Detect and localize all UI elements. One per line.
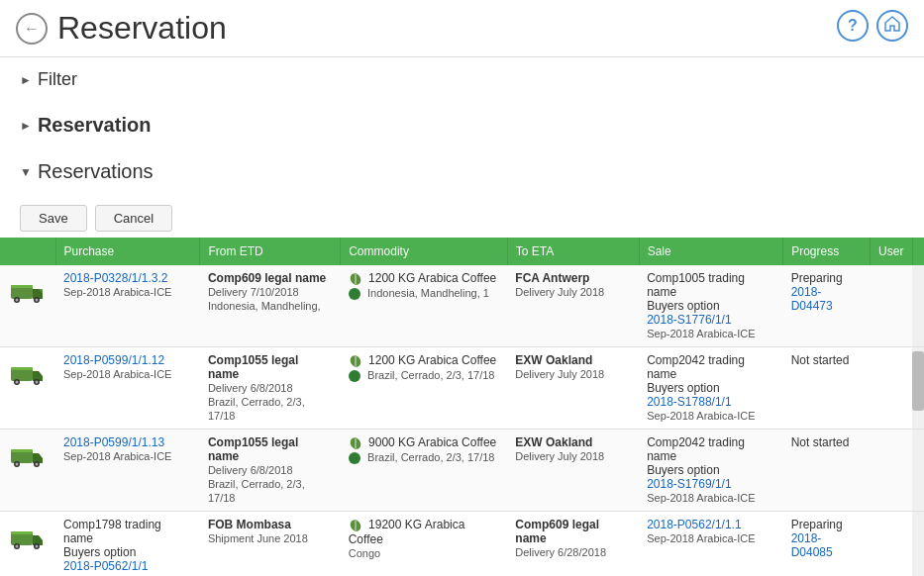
sale-sub: Sep-2018 Arabica-ICE: [647, 328, 755, 339]
purchase-link[interactable]: 2018-P0328/1/1.3.2: [63, 271, 167, 285]
svg-point-13: [36, 381, 39, 384]
row-sale-cell: Comp1005 trading name Buyers option 2018…: [639, 265, 783, 347]
svg-point-11: [16, 381, 19, 384]
green-dot-icon: [349, 288, 360, 300]
sale-option: Buyers option: [647, 463, 719, 477]
green-dot-icon: [349, 452, 360, 464]
commodity-leaf-icon: [349, 519, 362, 532]
purchase-link[interactable]: 2018-P0599/1/1.13: [63, 435, 164, 449]
truck-icon: [8, 271, 48, 311]
commodity-qty: 1200 KG Arabica Coffee: [368, 271, 496, 285]
sale-link[interactable]: 2018-S1769/1/1: [647, 477, 731, 491]
commodity-qty: 1200 KG Arabica Coffee: [368, 353, 496, 367]
action-buttons: Save Cancel: [0, 195, 924, 238]
commodity-qty: 19200 KG Arabica Coffee: [349, 518, 465, 546]
filter-section[interactable]: ► Filter: [0, 57, 924, 102]
row-from-etd-cell: Comp609 legal name Delivery 7/10/2018 In…: [200, 265, 341, 347]
row-icon-cell: [0, 347, 55, 430]
from-origin: Brazil, Cerrado, 2/3, 17/18: [208, 478, 305, 504]
from-delivery: Delivery 7/10/2018: [208, 286, 299, 298]
from-delivery: Delivery 6/8/2018: [208, 464, 293, 476]
back-button[interactable]: ←: [16, 13, 48, 45]
from-delivery2: Shipment June 2018: [208, 532, 308, 544]
reservation-section[interactable]: ► Reservation: [0, 102, 924, 148]
reservations-arrow-icon: ▼: [20, 165, 32, 179]
commodity-leaf-icon: [349, 436, 362, 450]
truck-icon: [8, 353, 48, 393]
col-from-etd: From ETD: [200, 238, 341, 265]
save-button[interactable]: Save: [20, 205, 87, 232]
row-user-cell: [871, 512, 912, 577]
home-button[interactable]: [876, 10, 908, 42]
purchase-link[interactable]: 2018-P0562/1/1: [63, 559, 148, 573]
row-purchase-cell: Comp1798 trading name Buyers option 2018…: [55, 512, 200, 577]
progress-status: Not started: [791, 435, 850, 449]
svg-point-3: [16, 299, 19, 302]
reservation-arrow-icon: ►: [20, 119, 32, 133]
home-icon: [883, 15, 901, 37]
reservation-label: Reservation: [38, 114, 152, 137]
purchase-sub: Sep-2018 Arabica-ICE: [63, 286, 171, 298]
svg-rect-14: [11, 367, 33, 370]
table-row: Comp1798 trading name Buyers option 2018…: [0, 512, 924, 577]
green-dot-icon: [349, 370, 360, 382]
from-company: Comp1055 legal name: [208, 435, 298, 463]
row-purchase-cell: 2018-P0328/1/1.3.2 Sep-2018 Arabica-ICE: [55, 265, 200, 347]
progress-status: Not started: [791, 353, 850, 367]
sale-sub: Sep-2018 Arabica-ICE: [647, 410, 755, 422]
progress-status: Preparing: [791, 518, 843, 531]
sale-option: Buyers option: [647, 299, 719, 313]
sale-option: Buyers option: [647, 381, 719, 395]
col-commodity: Commodity: [341, 238, 508, 265]
row-purchase-cell: 2018-P0599/1/1.13 Sep-2018 Arabica-ICE: [55, 430, 200, 512]
truck-icon: [8, 518, 48, 557]
commodity-leaf-icon: [349, 354, 362, 368]
help-button[interactable]: ?: [837, 10, 869, 42]
cancel-button[interactable]: Cancel: [95, 205, 172, 232]
row-to-eta-cell: EXW Oakland Delivery July 2018: [507, 430, 639, 512]
to-eta-title: EXW Oakland: [515, 353, 592, 367]
sale-company: Comp1005 trading name: [647, 271, 745, 299]
table-row: 2018-P0599/1/1.13 Sep-2018 Arabica-ICE C…: [0, 430, 924, 512]
from-company: Comp609 legal name: [208, 271, 326, 285]
scrollbar-cell: [912, 265, 924, 347]
sale-link[interactable]: 2018-S1776/1/1: [647, 313, 731, 327]
to-eta-delivery: Delivery July 2018: [515, 368, 604, 380]
svg-point-21: [36, 463, 39, 466]
col-to-eta: To ETA: [507, 238, 639, 265]
progress-link[interactable]: 2018-D04473: [791, 285, 833, 313]
purchase-sub: Sep-2018 Arabica-ICE: [63, 450, 171, 462]
svg-point-29: [36, 545, 39, 548]
filter-arrow-icon: ►: [20, 73, 32, 87]
sale-link[interactable]: 2018-S1788/1/1: [647, 395, 731, 409]
row-progress-cell: Preparing 2018-D04085: [783, 512, 871, 577]
to-eta-title: Comp609 legal name: [515, 518, 599, 545]
page-title: Reservation: [57, 10, 227, 47]
col-sale: Sale: [639, 238, 783, 265]
to-eta-delivery: Delivery July 2018: [515, 450, 604, 462]
row-from-etd-cell: Comp1055 legal name Delivery 6/8/2018 Br…: [200, 430, 341, 512]
sale-company: Comp2042 trading name: [647, 353, 745, 381]
row-to-eta-cell: EXW Oakland Delivery July 2018: [507, 347, 639, 430]
row-icon-cell: [0, 512, 55, 577]
from-delivery: Delivery 6/8/2018: [208, 382, 293, 394]
sale-sub: Sep-2018 Arabica-ICE: [647, 532, 755, 544]
back-icon: ←: [24, 20, 40, 38]
row-progress-cell: Not started: [783, 430, 871, 512]
svg-point-27: [16, 545, 19, 548]
row-commodity-cell: 1200 KG Arabica Coffee Indonesia, Mandhe…: [341, 265, 508, 347]
row-icon-cell: [0, 430, 55, 512]
reservations-section[interactable]: ▼ Reservations: [0, 148, 924, 195]
svg-rect-30: [11, 531, 33, 534]
table-row: 2018-P0599/1/1.12 Sep-2018 Arabica-ICE C…: [0, 347, 924, 430]
commodity-origin: Indonesia, Mandheling, 1: [367, 287, 489, 299]
row-progress-cell: Preparing 2018-D04473: [783, 265, 871, 347]
sale-link[interactable]: 2018-P0562/1/1.1: [647, 518, 741, 531]
purchase-link[interactable]: 2018-P0599/1/1.12: [63, 353, 164, 367]
reservations-table: Purchase From ETD Commodity To ETA Sale …: [0, 238, 924, 576]
reservations-label: Reservations: [38, 160, 154, 183]
header: ← Reservation ?: [0, 0, 924, 57]
data-table: Purchase From ETD Commodity To ETA Sale …: [0, 238, 924, 576]
commodity-leaf-icon: [349, 271, 368, 285]
progress-link[interactable]: 2018-D04085: [791, 531, 833, 559]
